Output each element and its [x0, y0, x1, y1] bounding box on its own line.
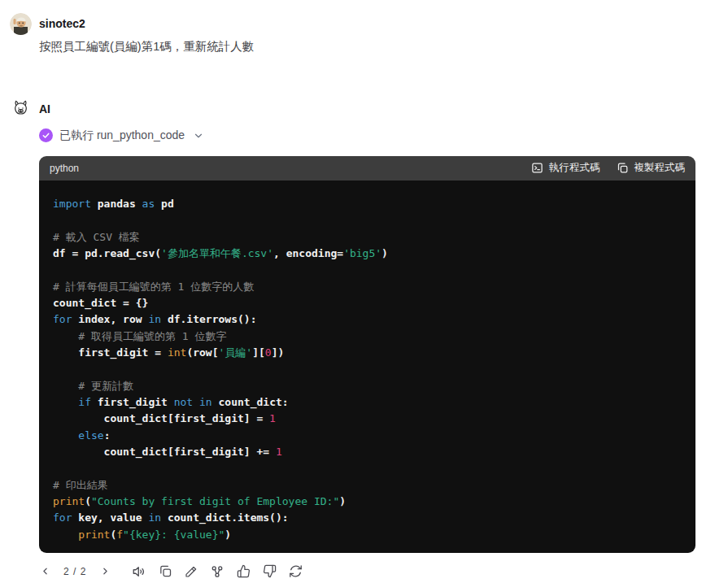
- success-check-icon: [39, 128, 53, 142]
- next-response-button[interactable]: [99, 566, 111, 577]
- ai-name: AI: [39, 98, 728, 116]
- copy-icon: [617, 162, 629, 174]
- chevron-down-icon: [193, 130, 204, 141]
- message-toolbar: 2 / 2: [39, 564, 728, 579]
- regenerate-button[interactable]: [288, 564, 303, 579]
- run-code-label: 執行程式碼: [549, 161, 600, 175]
- copy-response-button[interactable]: [158, 564, 172, 579]
- user-avatar: [10, 13, 32, 35]
- tool-status-label: 已執行 run_python_code: [59, 128, 185, 143]
- copy-code-label: 複製程式碼: [634, 161, 686, 175]
- tool-execution-toggle[interactable]: 已執行 run_python_code: [39, 128, 204, 143]
- terminal-icon: [531, 162, 543, 174]
- edit-button[interactable]: [184, 564, 198, 579]
- prev-response-button[interactable]: [39, 566, 50, 577]
- chat-page: sinotec2 按照員工編號(員編)第1碼，重新統計人數 AI: [0, 0, 728, 583]
- code-lines[interactable]: import pandas as pd # 載入 CSV 檔案df = pd.r…: [39, 181, 695, 553]
- code-block: python 執行程式碼 複製程式碼: [39, 156, 695, 553]
- user-message: sinotec2 按照員工編號(員編)第1碼，重新統計人數: [0, 0, 728, 54]
- code-language-label: python: [50, 163, 79, 174]
- code-block-header: python 執行程式碼 複製程式碼: [39, 156, 695, 181]
- response-page-indicator: 2 / 2: [63, 566, 86, 577]
- run-code-button[interactable]: 執行程式碼: [531, 161, 600, 175]
- ai-avatar: [10, 98, 32, 120]
- user-message-text: 按照員工編號(員編)第1碼，重新統計人數: [39, 38, 728, 54]
- thumbs-up-button[interactable]: [236, 564, 251, 579]
- ai-message: AI 已執行 run_python_code python: [0, 98, 728, 579]
- user-name: sinotec2: [39, 13, 728, 31]
- share-button[interactable]: [210, 564, 225, 579]
- read-aloud-button[interactable]: [132, 564, 146, 579]
- copy-code-button[interactable]: 複製程式碼: [617, 161, 686, 175]
- thumbs-down-button[interactable]: [262, 564, 277, 579]
